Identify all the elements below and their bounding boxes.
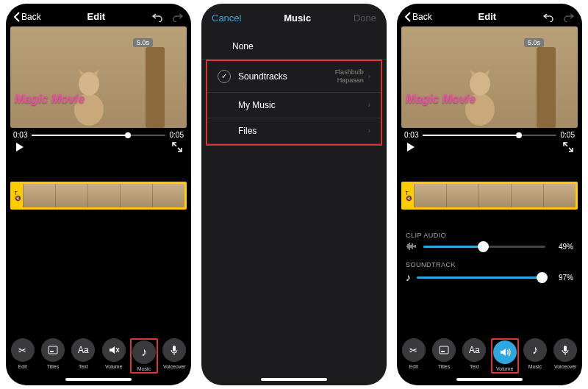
time-current: 0:03 bbox=[404, 131, 418, 139]
tool-voiceover[interactable]: Voiceover bbox=[160, 338, 188, 374]
title-overlay: Magic Movie bbox=[406, 93, 476, 106]
clip-audio-slider[interactable] bbox=[423, 246, 545, 248]
toolbar: ✂Edit Titles AaText Volume ♪Music Voiceo… bbox=[397, 334, 582, 375]
cat-image bbox=[63, 47, 115, 128]
chevron-right-icon: › bbox=[368, 72, 370, 80]
svg-rect-7 bbox=[440, 346, 448, 354]
home-indicator[interactable] bbox=[261, 378, 327, 381]
tool-volume[interactable]: Volume bbox=[100, 338, 128, 374]
mute-icon bbox=[108, 345, 120, 355]
titles-icon bbox=[439, 346, 449, 354]
clip-audio-pct: 49% bbox=[551, 243, 573, 251]
phone-music-picker: Cancel Music Done None ✓ Soundtracks Fla… bbox=[201, 4, 387, 385]
cat-image bbox=[454, 47, 506, 128]
svg-rect-9 bbox=[564, 346, 567, 351]
time-total: 0:05 bbox=[170, 131, 184, 139]
tool-volume[interactable]: Volume bbox=[491, 338, 519, 374]
soundtrack-pct: 97% bbox=[551, 274, 573, 282]
row-subtitle: FlashbulbHapasan bbox=[335, 68, 364, 85]
tool-titles[interactable]: Titles bbox=[430, 338, 458, 374]
home-indicator[interactable] bbox=[456, 378, 523, 381]
svg-rect-3 bbox=[50, 351, 54, 352]
text-icon: Aa bbox=[71, 338, 95, 362]
home-indicator[interactable] bbox=[65, 378, 132, 381]
clip-audio-label: CLIP AUDIO bbox=[406, 232, 573, 239]
chevron-left-icon bbox=[13, 12, 20, 22]
back-label: Back bbox=[412, 12, 432, 22]
tool-edit[interactable]: ✂Edit bbox=[400, 338, 428, 374]
play-icon[interactable] bbox=[406, 142, 416, 152]
svg-rect-8 bbox=[441, 351, 445, 352]
timeline[interactable]: T🔇 bbox=[10, 182, 187, 210]
row-label: Files bbox=[238, 126, 257, 136]
row-files[interactable]: Files › bbox=[207, 118, 381, 144]
soundtrack-label: SOUNDTRACK bbox=[406, 261, 573, 268]
time-total: 0:05 bbox=[561, 131, 575, 139]
undo-icon[interactable] bbox=[151, 12, 163, 22]
row-soundtracks[interactable]: ✓ Soundtracks FlashbulbHapasan › bbox=[207, 61, 381, 93]
expand-icon[interactable] bbox=[172, 142, 182, 152]
svg-rect-4 bbox=[173, 346, 176, 351]
screen-title: Edit bbox=[87, 11, 106, 22]
time-current: 0:03 bbox=[13, 131, 27, 139]
row-label: Soundtracks bbox=[238, 71, 287, 82]
play-icon[interactable] bbox=[15, 142, 25, 152]
back-button[interactable]: Back bbox=[404, 12, 432, 22]
svg-rect-2 bbox=[49, 346, 57, 354]
video-preview[interactable]: 5.0s Magic Movie bbox=[10, 26, 187, 128]
screen-title: Edit bbox=[478, 11, 497, 22]
scrubber[interactable] bbox=[32, 135, 165, 136]
back-button[interactable]: Back bbox=[13, 12, 41, 22]
tool-text[interactable]: AaText bbox=[69, 338, 97, 374]
tool-voiceover[interactable]: Voiceover bbox=[551, 338, 579, 374]
mic-icon bbox=[171, 345, 178, 355]
text-icon: Aa bbox=[462, 338, 486, 362]
note-icon: ♪ bbox=[532, 343, 538, 357]
speaker-icon bbox=[499, 347, 511, 357]
row-none[interactable]: None bbox=[201, 34, 387, 60]
video-preview[interactable]: 5.0s Magic Movie bbox=[401, 26, 578, 128]
chevron-right-icon: › bbox=[368, 126, 370, 135]
clip-tag: T🔇 bbox=[12, 184, 23, 207]
time-bar: 0:03 0:05 bbox=[6, 128, 191, 140]
highlighted-rows: ✓ Soundtracks FlashbulbHapasan › My Musi… bbox=[206, 60, 382, 146]
timeline[interactable]: T🔇 bbox=[401, 182, 578, 210]
picker-title: Music bbox=[284, 13, 311, 24]
phone-edit-music: Back Edit 5.0s Magic Movie 0:03 0:05 T🔇 bbox=[6, 4, 191, 385]
row-label: None bbox=[232, 41, 254, 51]
tool-music[interactable]: ♪Music bbox=[130, 338, 158, 374]
tool-music[interactable]: ♪Music bbox=[521, 338, 549, 374]
topbar: Back Edit bbox=[397, 7, 582, 25]
row-mymusic[interactable]: My Music › bbox=[207, 93, 381, 118]
picker-header: Cancel Music Done bbox=[201, 7, 387, 34]
tool-edit[interactable]: ✂Edit bbox=[9, 338, 37, 374]
tool-text[interactable]: AaText bbox=[460, 338, 488, 374]
clip-tag: T🔇 bbox=[404, 184, 414, 207]
row-label: My Music bbox=[238, 100, 276, 110]
volume-panel: CLIP AUDIO 49% SOUNDTRACK ♪ 97% bbox=[397, 224, 582, 293]
mic-icon bbox=[562, 345, 569, 355]
chevron-right-icon: › bbox=[368, 101, 370, 109]
tool-titles[interactable]: Titles bbox=[39, 338, 67, 374]
scissors-icon: ✂ bbox=[18, 345, 26, 356]
chevron-left-icon bbox=[404, 12, 411, 22]
duration-badge: 5.0s bbox=[133, 38, 153, 47]
cancel-button[interactable]: Cancel bbox=[212, 13, 241, 24]
redo-icon[interactable] bbox=[172, 12, 184, 22]
scissors-icon: ✂ bbox=[409, 345, 417, 356]
titles-icon bbox=[48, 346, 58, 354]
expand-icon[interactable] bbox=[563, 142, 573, 152]
waveform-icon bbox=[406, 242, 417, 251]
redo-icon[interactable] bbox=[563, 12, 575, 22]
undo-icon[interactable] bbox=[542, 12, 554, 22]
done-button[interactable]: Done bbox=[354, 13, 376, 24]
check-icon: ✓ bbox=[218, 70, 231, 83]
back-label: Back bbox=[21, 12, 41, 22]
scrubber[interactable] bbox=[423, 135, 556, 136]
soundtrack-slider[interactable] bbox=[417, 276, 545, 279]
topbar: Back Edit bbox=[6, 7, 191, 25]
duration-badge: 5.0s bbox=[524, 38, 544, 47]
note-icon: ♪ bbox=[141, 346, 147, 359]
toolbar: ✂Edit Titles AaText Volume ♪Music Voiceo… bbox=[6, 334, 191, 375]
phone-edit-volume: Back Edit 5.0s Magic Movie 0:03 0:05 T🔇 bbox=[397, 4, 582, 385]
